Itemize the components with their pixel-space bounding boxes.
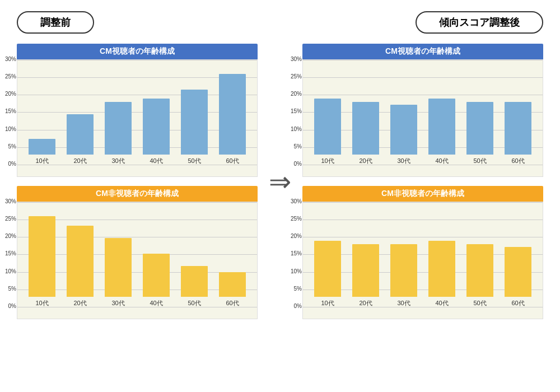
bar — [67, 114, 94, 155]
grid-label: 5% — [285, 143, 302, 150]
bar — [29, 216, 55, 297]
grid-label: 5% — [0, 143, 16, 150]
left-charts: CM視聴者の年齢構成 30%25%20%15%10%5%0%10代20代30代4… — [17, 44, 258, 319]
bar-label: 60代 — [511, 157, 524, 165]
bar — [428, 99, 455, 155]
bar-label: 50代 — [188, 299, 200, 307]
bar-label: 60代 — [226, 157, 239, 165]
bar-label: 30代 — [397, 157, 410, 165]
right-orange-area: 30%25%20%15%10%5%0%10代20代30代40代50代60代 — [302, 202, 543, 319]
bar-label: 20代 — [73, 299, 86, 307]
bar-label: 30代 — [397, 299, 410, 307]
bar-group: 60代 — [499, 102, 537, 165]
grid-label: 0% — [0, 161, 16, 167]
grid-label: 15% — [0, 108, 16, 114]
bar-group: 30代 — [385, 105, 423, 165]
grid-label: 20% — [285, 233, 302, 239]
right-charts: CM視聴者の年齢構成 30%25%20%15%10%5%0%10代20代30代4… — [302, 44, 543, 319]
bar-label: 10代 — [35, 299, 48, 307]
bar-group: 40代 — [137, 254, 175, 307]
grid-label: 20% — [285, 91, 302, 97]
bar — [352, 102, 379, 155]
right-blue-title: CM視聴者の年齢構成 — [302, 44, 543, 59]
bar-label: 60代 — [511, 299, 524, 307]
right-blue-area: 30%25%20%15%10%5%0%10代20代30代40代50代60代 — [302, 59, 543, 177]
bars-container: 10代20代30代40代50代60代 — [17, 60, 257, 165]
bar-group: 20代 — [347, 102, 385, 165]
bar-group: 50代 — [175, 90, 213, 165]
bar-group: 20代 — [61, 114, 99, 165]
bar — [105, 238, 132, 297]
right-orange-title: CM非視聴者の年齢構成 — [302, 186, 543, 202]
bar-label: 20代 — [73, 157, 86, 165]
bar — [219, 272, 246, 297]
bar-group: 30代 — [99, 102, 137, 165]
grid-label: 15% — [285, 108, 302, 114]
grid-label: 25% — [285, 73, 302, 80]
left-blue-area: 30%25%20%15%10%5%0%10代20代30代40代50代60代 — [17, 59, 258, 177]
bar-group: 60代 — [499, 247, 537, 307]
bar-group: 10代 — [23, 216, 61, 307]
bar-group: 50代 — [461, 102, 499, 165]
bar-group: 40代 — [137, 99, 175, 165]
arrow-icon: ⇒ — [269, 166, 291, 197]
bar-label: 30代 — [111, 157, 124, 165]
grid-label: 10% — [0, 126, 16, 132]
grid-label: 10% — [285, 126, 302, 132]
bar-label: 50代 — [473, 299, 486, 307]
left-orange-title: CM非視聴者の年齢構成 — [17, 186, 258, 202]
bar — [143, 254, 170, 297]
arrow-container: ⇒ — [258, 166, 302, 197]
right-blue-chart: CM視聴者の年齢構成 30%25%20%15%10%5%0%10代20代30代4… — [302, 44, 543, 177]
bar — [314, 241, 341, 297]
left-blue-chart: CM視聴者の年齢構成 30%25%20%15%10%5%0%10代20代30代4… — [17, 44, 258, 177]
grid-label: 5% — [0, 286, 16, 292]
grid-label: 10% — [0, 268, 16, 274]
grid-label: 15% — [285, 250, 302, 256]
bar-group: 20代 — [61, 226, 99, 307]
grid-label: 30% — [0, 56, 16, 62]
bar — [29, 139, 55, 155]
grid-label: 0% — [285, 161, 302, 167]
bars-container: 10代20代30代40代50代60代 — [17, 202, 257, 307]
bar-label: 10代 — [321, 157, 334, 165]
bar-label: 40代 — [150, 299, 162, 307]
right-section-title: 傾向スコア調整後 — [416, 11, 543, 34]
left-section-title: 調整前 — [17, 11, 94, 34]
bar — [143, 99, 170, 155]
grid-label: 20% — [0, 233, 16, 239]
left-orange-chart: CM非視聴者の年齢構成 30%25%20%15%10%5%0%10代20代30代… — [17, 186, 258, 319]
bar — [181, 90, 208, 155]
bars-container: 10代20代30代40代50代60代 — [303, 202, 543, 307]
bars-container: 10代20代30代40代50代60代 — [303, 60, 543, 165]
bar — [390, 105, 417, 155]
bar — [390, 244, 417, 297]
bar-group: 10代 — [309, 99, 347, 165]
grid-label: 30% — [285, 198, 302, 204]
grid-label: 30% — [0, 198, 16, 204]
bar — [466, 102, 493, 155]
bar-group: 10代 — [23, 139, 61, 165]
bar-label: 40代 — [435, 157, 448, 165]
bar — [352, 244, 379, 297]
left-orange-area: 30%25%20%15%10%5%0%10代20代30代40代50代60代 — [17, 202, 258, 319]
bar-label: 20代 — [359, 157, 372, 165]
grid-label: 15% — [0, 250, 16, 256]
bar-group: 50代 — [175, 266, 213, 307]
bar — [505, 102, 531, 155]
bar — [105, 102, 132, 155]
grid-label: 25% — [0, 216, 16, 222]
bar-group: 20代 — [347, 244, 385, 307]
bar-label: 20代 — [359, 299, 372, 307]
bar-label: 10代 — [321, 299, 334, 307]
bar-label: 40代 — [435, 299, 448, 307]
right-orange-chart: CM非視聴者の年齢構成 30%25%20%15%10%5%0%10代20代30代… — [302, 186, 543, 319]
grid-label: 0% — [0, 303, 16, 309]
bar-group: 60代 — [213, 272, 251, 307]
bar-group: 40代 — [423, 99, 461, 165]
bar — [67, 226, 94, 297]
bar-label: 50代 — [473, 157, 486, 165]
grid-label: 10% — [285, 268, 302, 274]
grid-label: 25% — [0, 73, 16, 80]
grid-label: 5% — [285, 286, 302, 292]
